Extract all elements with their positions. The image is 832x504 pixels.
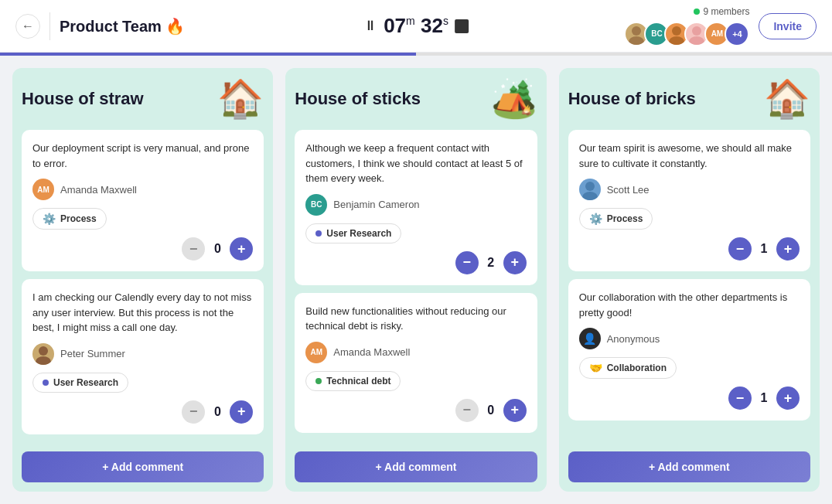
straw-house-icon: 🏠: [217, 80, 264, 117]
svg-point-5: [689, 36, 704, 45]
vote-plus-button[interactable]: +: [230, 237, 253, 261]
column-straw: House of straw 🏠 Our deployment script i…: [12, 68, 273, 492]
header: ← Product Team 🔥 ⏸ 07m 32s 9 members BC: [0, 0, 832, 53]
card-sticks-2-footer: − 0 +: [305, 399, 526, 422]
author-name-sl: Scott Lee: [607, 184, 650, 196]
add-comment-sticks[interactable]: + Add comment: [295, 451, 537, 482]
svg-point-3: [669, 36, 684, 45]
card-straw-1-footer: − 0 +: [32, 237, 253, 261]
card-sticks-1: Although we keep a frequent contact with…: [295, 130, 537, 285]
vote-plus-button[interactable]: +: [230, 400, 253, 424]
gear-icon: ⚙️: [43, 213, 56, 225]
back-button[interactable]: ←: [15, 14, 40, 39]
gear-icon-2: ⚙️: [589, 213, 602, 225]
column-bricks-title: House of bricks: [568, 89, 696, 109]
vote-minus-button[interactable]: −: [728, 387, 752, 410]
card-bricks-2-text: Our collaboration with the other departm…: [579, 290, 800, 320]
vote-minus-button[interactable]: −: [182, 237, 205, 261]
vote-minus-button[interactable]: −: [455, 251, 479, 274]
author-name-ps: Peter Summer: [60, 348, 125, 359]
author-name-anon: Anonymous: [607, 333, 660, 345]
timer-seconds: 32: [421, 14, 443, 37]
members-info: 9 members BC AM +4: [624, 6, 749, 46]
column-straw-title: House of straw: [22, 89, 144, 109]
vote-minus-button[interactable]: −: [728, 237, 752, 261]
vote-count: 0: [211, 242, 223, 256]
card-straw-2: I am checking our Calendly every day to …: [22, 279, 264, 434]
svg-point-9: [582, 192, 598, 200]
card-straw-2-footer: − 0 +: [32, 400, 253, 424]
column-bricks-header: House of bricks 🏠: [568, 80, 810, 121]
column-straw-header: House of straw 🏠: [22, 80, 264, 121]
tag-label: Process: [60, 213, 97, 224]
vote-count: 0: [485, 404, 497, 417]
vote-plus-button[interactable]: +: [776, 237, 800, 261]
add-comment-straw[interactable]: + Add comment: [22, 451, 264, 482]
author-avatar-am2: AM: [305, 342, 327, 363]
stop-button[interactable]: [455, 19, 469, 33]
vote-count: 0: [211, 405, 223, 419]
card-straw-2-author: Peter Summer: [32, 343, 253, 365]
vote-minus-button[interactable]: −: [455, 399, 479, 422]
card-bricks-1: Our team spirit is awesome, we should al…: [568, 130, 810, 271]
header-right: 9 members BC AM +4 Invite: [624, 6, 817, 46]
tag-label: Technical debt: [326, 376, 390, 387]
svg-point-8: [585, 182, 595, 191]
card-bricks-1-text: Our team spirit is awesome, we should al…: [579, 141, 800, 171]
vote-count: 1: [758, 242, 770, 256]
divider: [49, 12, 50, 40]
author-avatar-anon: 👤: [579, 328, 601, 349]
pause-button[interactable]: ⏸: [363, 18, 377, 34]
tag-label: User Research: [53, 377, 118, 388]
card-straw-1-author: AM Amanda Maxwell: [32, 179, 253, 200]
card-sticks-1-footer: − 2 +: [305, 251, 526, 274]
avatars-row: BC AM +4: [624, 22, 749, 46]
author-avatar-bc: BC: [305, 194, 327, 216]
tag-techdebt: Technical debt: [305, 371, 401, 391]
column-sticks-cards: Although we keep a frequent contact with…: [295, 130, 537, 442]
author-name-am2: Amanda Maxwell: [333, 346, 410, 358]
tag-userresearch-1: User Research: [32, 373, 128, 393]
timer-minutes: 07: [384, 14, 406, 37]
members-label: 9 members: [694, 6, 749, 17]
svg-point-6: [39, 346, 48, 356]
card-straw-1: Our deployment script is very manual, an…: [22, 130, 264, 271]
column-straw-cards: Our deployment script is very manual, an…: [22, 130, 264, 442]
progress-bar: [0, 53, 832, 56]
column-sticks-title: House of sticks: [295, 89, 421, 109]
add-comment-bricks[interactable]: + Add comment: [568, 451, 810, 482]
author-avatar-am: AM: [32, 179, 54, 200]
column-sticks-header: House of sticks 🏕️: [295, 80, 537, 121]
card-sticks-2-text: Build new functionalities without reduci…: [305, 304, 526, 334]
svg-point-4: [692, 26, 701, 36]
tag-label: Process: [607, 213, 643, 224]
tag-label: User Research: [326, 228, 391, 239]
svg-point-2: [672, 26, 681, 36]
bricks-house-icon: 🏠: [764, 80, 810, 117]
progress-fill: [0, 53, 416, 56]
online-indicator: [694, 9, 700, 15]
author-avatar-sl: [579, 179, 601, 200]
timer-section: ⏸ 07m 32s: [363, 14, 469, 38]
card-sticks-1-text: Although we keep a frequent contact with…: [305, 141, 526, 186]
avatar-more: +4: [725, 22, 749, 46]
handshake-icon: 🤝: [589, 362, 602, 374]
author-name-am: Amanda Maxwell: [60, 184, 137, 196]
vote-minus-button[interactable]: −: [182, 400, 205, 424]
sticks-house-icon: 🏕️: [491, 80, 537, 117]
svg-point-1: [629, 36, 644, 45]
card-sticks-2: Build new functionalities without reduci…: [295, 293, 537, 433]
vote-plus-button[interactable]: +: [503, 251, 527, 274]
vote-plus-button[interactable]: +: [776, 387, 800, 410]
svg-point-7: [36, 356, 51, 365]
members-count: 9 members: [703, 6, 749, 17]
column-bricks-cards: Our team spirit is awesome, we should al…: [568, 130, 810, 442]
card-bricks-2-author: 👤 Anonymous: [579, 328, 800, 349]
tag-userresearch-2: User Research: [305, 223, 401, 243]
tag-dot-icon: [43, 380, 49, 386]
invite-button[interactable]: Invite: [759, 13, 817, 39]
card-sticks-1-author: BC Benjamin Cameron: [305, 194, 526, 216]
card-bricks-1-footer: − 1 +: [579, 237, 800, 261]
card-bricks-2: Our collaboration with the other departm…: [568, 279, 810, 421]
vote-plus-button[interactable]: +: [503, 399, 527, 422]
